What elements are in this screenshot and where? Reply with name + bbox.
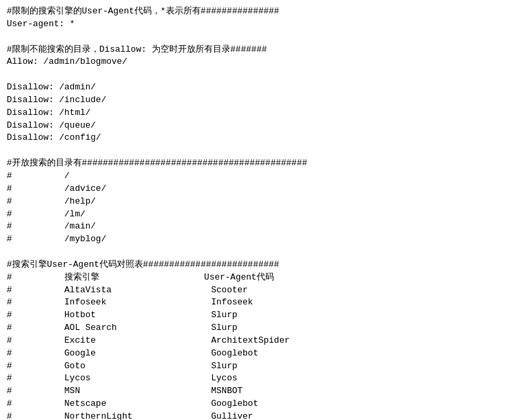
robots-txt-content: #限制的搜索引擎的User-Agent代码，*表示所有#############… — [7, 5, 515, 420]
